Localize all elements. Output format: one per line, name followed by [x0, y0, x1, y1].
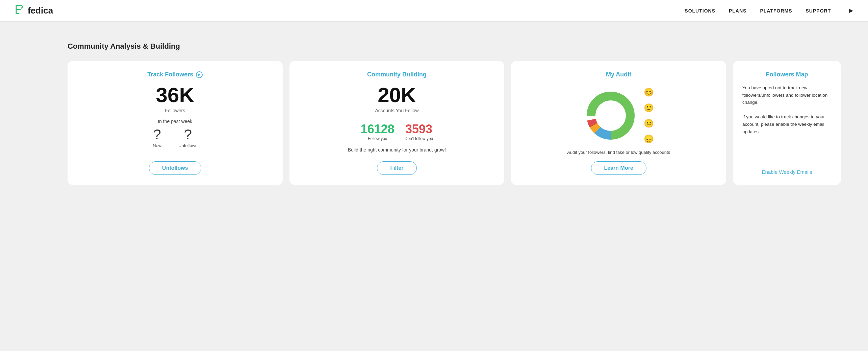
dont-follow-stat: 3593 Don't follow you	[405, 122, 433, 141]
svg-point-4	[596, 101, 626, 131]
week-label: In the past week	[158, 119, 192, 124]
audit-footer: Audit your followers, find fake or low q…	[567, 149, 670, 156]
emoji-sad: 😞	[644, 134, 654, 144]
new-label: New	[153, 143, 161, 148]
follow-you-number: 16128	[361, 122, 394, 136]
community-stats-row: 16128 Follow you 3593 Don't follow you	[361, 122, 433, 141]
followers-map-body: You have opted not to track new follower…	[742, 84, 832, 135]
logo-text: fedica	[28, 5, 53, 16]
emoji-neutral: 😐	[644, 119, 654, 128]
unfollows-value: ?	[184, 127, 192, 142]
nav-solutions[interactable]: SOLUTIONS	[685, 8, 715, 14]
emoji-smile: 🙂	[644, 103, 654, 113]
nav-links: SOLUTIONS PLANS PLATFORMS SUPPORT ►	[685, 7, 854, 15]
follow-you-label: Follow you	[368, 136, 387, 141]
emoji-list: 😊 🙂 😐 😞	[644, 88, 654, 144]
nav-support[interactable]: SUPPORT	[806, 8, 831, 14]
community-building-card: Community Building 20K Accounts You Foll…	[289, 61, 505, 185]
track-followers-title: Track Followers ▶	[147, 71, 203, 78]
track-followers-count: 36K	[156, 84, 194, 107]
learn-more-button[interactable]: Learn More	[591, 161, 646, 175]
logo[interactable]: fedica	[14, 4, 53, 17]
unfollows-label: Unfollows	[178, 143, 197, 148]
donut-svg	[584, 89, 638, 143]
navbar: fedica SOLUTIONS PLANS PLATFORMS SUPPORT…	[0, 0, 868, 22]
audit-donut-chart	[584, 89, 638, 143]
new-stat: ? New	[153, 127, 161, 148]
section-title: Community Analysis & Building	[68, 42, 841, 51]
community-desc: Build the right community for your brand…	[348, 147, 446, 153]
follow-you-stat: 16128 Follow you	[361, 122, 394, 141]
logo-icon	[14, 4, 24, 17]
community-count: 20K	[378, 84, 416, 107]
followers-map-title: Followers Map	[766, 71, 808, 78]
nav-arrow-icon[interactable]: ►	[848, 7, 854, 15]
emoji-happy: 😊	[644, 88, 654, 97]
nav-platforms[interactable]: PLATFORMS	[760, 8, 792, 14]
track-followers-card: Track Followers ▶ 36K Followers In the p…	[68, 61, 283, 185]
new-value: ?	[153, 127, 161, 142]
dont-follow-label: Don't follow you	[405, 136, 433, 141]
my-audit-card: My Audit	[511, 61, 726, 185]
new-unfollows-row: ? New ? Unfollows	[153, 127, 197, 148]
unfollows-stat: ? Unfollows	[178, 127, 197, 148]
enable-weekly-emails-link[interactable]: Enable Weekly Emails	[762, 169, 812, 175]
community-building-title: Community Building	[367, 71, 427, 78]
dont-follow-number: 3593	[405, 122, 432, 136]
my-audit-title: My Audit	[606, 71, 631, 78]
track-followers-sub: Followers	[165, 108, 185, 113]
filter-button[interactable]: Filter	[377, 161, 416, 175]
audit-body: 😊 🙂 😐 😞	[584, 88, 654, 144]
followers-map-card: Followers Map You have opted not to trac…	[733, 61, 841, 185]
nav-plans[interactable]: PLANS	[729, 8, 746, 14]
unfollows-button[interactable]: Unfollows	[149, 161, 201, 175]
community-sub: Accounts You Follow	[375, 108, 418, 113]
cards-row: Track Followers ▶ 36K Followers In the p…	[68, 61, 841, 185]
main-content: Community Analysis & Building Track Foll…	[0, 22, 868, 205]
play-circle-icon[interactable]: ▶	[196, 71, 203, 78]
